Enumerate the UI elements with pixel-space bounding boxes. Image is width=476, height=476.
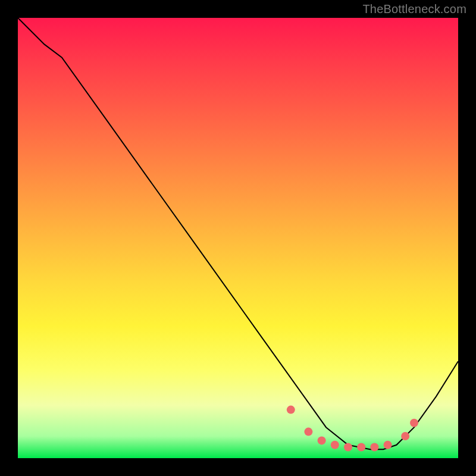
optimal-marker bbox=[344, 443, 352, 452]
chart-frame: TheBottleneck.com bbox=[0, 0, 476, 476]
attribution-text: TheBottleneck.com bbox=[362, 2, 466, 16]
optimal-marker bbox=[410, 419, 418, 427]
curve-path bbox=[18, 18, 458, 449]
optimal-marker bbox=[304, 428, 312, 436]
optimal-marker bbox=[384, 441, 392, 449]
plot-area bbox=[18, 18, 458, 458]
optimal-zone-markers bbox=[287, 406, 418, 452]
optimal-marker bbox=[287, 406, 295, 414]
optimal-marker bbox=[357, 443, 365, 452]
optimal-marker bbox=[401, 432, 409, 440]
optimal-marker bbox=[318, 436, 326, 444]
bottleneck-curve bbox=[18, 18, 458, 458]
optimal-marker bbox=[370, 443, 378, 452]
optimal-marker bbox=[331, 441, 339, 449]
